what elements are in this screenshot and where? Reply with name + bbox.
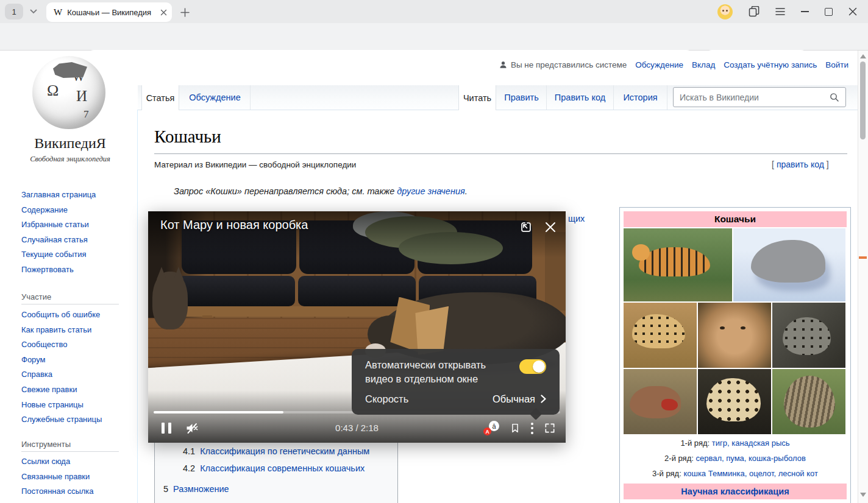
tab-title: Кошачьи — Википедия — [67, 8, 160, 17]
sidebar-item-what-links-here[interactable]: Ссылки сюда — [21, 454, 131, 470]
tab-edit-source[interactable]: Править код — [547, 85, 614, 110]
infobox-image-canada-lynx[interactable] — [733, 228, 845, 301]
close-video-button[interactable] — [542, 219, 558, 235]
personal-tools-bar: Вы не представились системе Обсуждение В… — [244, 58, 848, 71]
sidebar-item-related-changes[interactable]: Связанные правки — [21, 470, 131, 485]
article-text-fragment[interactable]: щих — [568, 214, 585, 223]
sidebar-item-help[interactable]: Справка — [21, 367, 131, 382]
browser-address-bar: Я ru.wikipedia.org ⋯ Кошачьи — Википедия… — [0, 23, 868, 51]
sidebar-item-how-to-edit[interactable]: Как править статьи — [21, 323, 131, 338]
sidebar-item-recent-changes[interactable]: Свежие правки — [21, 382, 131, 398]
fullscreen-button[interactable] — [544, 422, 556, 434]
video-controls: 0:43 / 2:18 ā А — [148, 418, 566, 439]
sidebar-heading-participation: Участие — [21, 292, 119, 304]
caption-row-1-links[interactable]: тигр, канадская рысь — [712, 438, 790, 448]
login-link[interactable]: Войти — [825, 60, 848, 69]
infobox-image-fishing-cat[interactable] — [772, 303, 845, 368]
close-window-button[interactable] — [848, 7, 857, 16]
sidebar-item-special-pages[interactable]: Служебные страницы — [21, 412, 131, 427]
hatnote: Запрос «Кошки» перенаправляется сюда; см… — [174, 186, 468, 196]
sidebar-item-forum[interactable]: Форум — [21, 353, 131, 368]
video-player[interactable]: Кот Мару и новая коробка 0:43 / 2:18 — [148, 211, 566, 443]
tab-history[interactable]: История — [614, 85, 667, 110]
auto-open-toggle[interactable] — [519, 359, 546, 374]
infobox-image-serval[interactable] — [624, 303, 697, 368]
infobox-image-wildcat[interactable] — [772, 369, 845, 434]
speed-setting-row[interactable]: Скорость Обычная — [365, 393, 546, 405]
wikipedia-wordmark[interactable]: ВикипедиЯ — [12, 135, 128, 152]
user-icon — [499, 60, 508, 69]
globe-dark-piece — [53, 62, 87, 78]
wikipedia-globe-logo[interactable]: Ω W И 7 — [26, 56, 112, 130]
sidebar-item-main-page[interactable]: Заглавная страница — [21, 188, 131, 203]
scrollbar-thumb[interactable] — [860, 62, 866, 139]
tab-read[interactable]: Читать — [458, 85, 496, 110]
article-title: Кошачьи — [154, 127, 221, 147]
wikipedia-tagline: Свободная энциклопедия — [12, 155, 128, 164]
sidebar-item-report-error[interactable]: Сообщить об ошибке — [21, 308, 131, 323]
search-icon[interactable] — [829, 92, 840, 103]
pause-button[interactable] — [162, 423, 171, 434]
sidebar-item-permanent-link[interactable]: Постоянная ссылка — [21, 484, 131, 499]
video-scene-second-cat — [152, 272, 188, 329]
new-tab-button[interactable] — [178, 5, 191, 19]
infobox-image-temminck-cat[interactable] — [624, 369, 697, 434]
tab-talk[interactable]: Обсуждение — [180, 85, 251, 110]
sidebar-nav: Заглавная страница Содержание Избранные … — [21, 188, 131, 278]
toc-link-5[interactable]: Размножение — [173, 484, 229, 494]
maximize-button[interactable] — [825, 8, 833, 16]
scientific-classification-bar[interactable]: Научная классификация — [624, 484, 847, 499]
sidebar-item-contents[interactable]: Содержание — [21, 203, 131, 218]
menu-icon[interactable] — [775, 8, 785, 15]
tab-close-icon[interactable] — [160, 9, 167, 16]
edit-source-link[interactable]: править код — [777, 160, 824, 169]
tab-list-chevron-button[interactable] — [26, 5, 41, 18]
sidebar-item-featured[interactable]: Избранные статьи — [21, 217, 131, 233]
toc-item-4-1: 4.1Классификация по генетическим данным — [183, 446, 369, 456]
sidebar-item-current-events[interactable]: Текущие события — [21, 247, 131, 262]
globe-ball: Ω W И 7 — [32, 56, 105, 129]
toc-link-4-2[interactable]: Классификация современных кошачьих — [200, 463, 365, 473]
scrollbar-marker — [859, 256, 867, 259]
restore-from-pip-button[interactable] — [518, 219, 534, 235]
infobox-image-puma[interactable] — [698, 303, 771, 368]
tab-count-button[interactable]: 1 — [5, 4, 23, 19]
title-rule — [154, 153, 847, 154]
caption-row-3: 3-й ряд: кошка Темминка, оцелот, лесной … — [622, 466, 848, 481]
video-settings-popup: Автоматически открывать видео в отдельно… — [352, 349, 560, 415]
sidebar-item-donate[interactable]: Пожертвовать — [21, 262, 131, 278]
create-account-link[interactable]: Создать учётную запись — [724, 60, 817, 69]
profile-avatar[interactable] — [717, 4, 733, 19]
side-panels-icon[interactable] — [749, 6, 760, 17]
personal-contribs-link[interactable]: Вклад — [692, 60, 715, 69]
sidebar-item-new-pages[interactable]: Новые страницы — [21, 398, 131, 413]
toc-link-4-1[interactable]: Классификация по генетическим данным — [200, 446, 369, 456]
caption-row-2-links[interactable]: сервал, пума, кошка-рыболов — [695, 454, 805, 463]
scrollbar-up-button[interactable] — [859, 54, 866, 58]
save-video-button[interactable] — [510, 422, 521, 434]
chevron-down-icon — [30, 9, 37, 14]
wiki-search-box[interactable] — [673, 87, 846, 107]
speed-value[interactable]: Обычная — [493, 393, 546, 405]
anon-notice: Вы не представились системе — [499, 60, 627, 69]
personal-talk-link[interactable]: Обсуждение — [635, 60, 683, 69]
caption-row-3-links[interactable]: кошка Темминка, оцелот, лесной кот — [683, 469, 818, 478]
tab-edit[interactable]: Править — [497, 85, 547, 110]
sidebar-participation: Сообщить об ошибке Как править статьи Со… — [21, 308, 131, 427]
minimize-button[interactable] — [801, 11, 809, 12]
sidebar-item-community[interactable]: Сообщество — [21, 337, 131, 353]
infobox-image-tiger[interactable] — [624, 228, 732, 301]
muted-volume-button[interactable] — [185, 421, 199, 435]
tab-article[interactable]: Статья — [141, 85, 179, 110]
video-more-button[interactable] — [531, 423, 533, 434]
wiki-search-input[interactable] — [674, 93, 829, 102]
scrollbar-down-button[interactable] — [859, 492, 866, 497]
caption-row-2: 2-й ряд: сервал, пума, кошка-рыболов — [622, 451, 848, 466]
translate-video-button[interactable]: ā А — [483, 421, 499, 435]
browser-tab[interactable]: W Кошачьи — Википедия — [46, 2, 172, 22]
taxobox-image-grid — [624, 228, 845, 434]
edit-section-link: [править код] — [772, 160, 829, 169]
sidebar-item-random[interactable]: Случайная статья — [21, 233, 131, 248]
infobox-image-ocelot[interactable] — [698, 369, 771, 434]
hatnote-link[interactable]: другие значения — [397, 186, 464, 196]
